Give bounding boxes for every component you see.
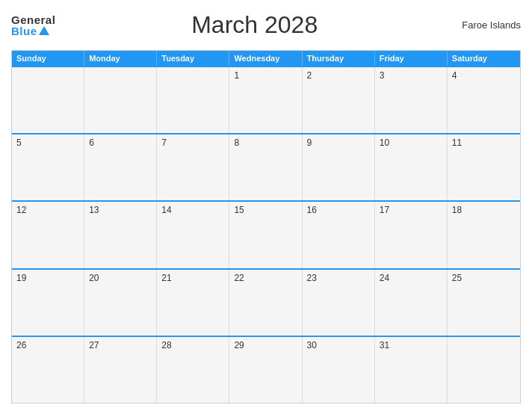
- day-cell: 5: [12, 135, 84, 200]
- day-number: 7: [161, 137, 167, 148]
- day-number: 4: [452, 70, 457, 81]
- day-number: 21: [161, 273, 171, 283]
- day-header-thursday: Thursday: [303, 51, 375, 66]
- day-cell: 1: [229, 67, 302, 133]
- day-header-sunday: Sunday: [12, 51, 84, 66]
- day-cell: 13: [84, 202, 157, 268]
- day-cell: 21: [157, 270, 229, 336]
- day-cell: 4: [448, 67, 520, 133]
- day-cell: 27: [84, 337, 157, 403]
- day-cell: [157, 67, 229, 133]
- logo-blue-row: Blue: [11, 25, 49, 37]
- day-cell: 26: [12, 337, 84, 403]
- week-row-3: 19202122232425: [12, 268, 520, 336]
- day-number: 23: [307, 273, 317, 283]
- day-number: 29: [234, 340, 244, 350]
- day-cell: 18: [448, 202, 520, 268]
- logo: General Blue: [11, 14, 55, 37]
- days-header: SundayMondayTuesdayWednesdayThursdayFrid…: [12, 51, 520, 66]
- day-header-saturday: Saturday: [448, 51, 520, 66]
- day-cell: 17: [375, 202, 448, 268]
- day-cell: 31: [375, 337, 448, 403]
- day-cell: 19: [12, 270, 84, 336]
- day-cell: [448, 337, 520, 403]
- week-row-4: 262728293031: [12, 336, 520, 403]
- day-cell: 9: [303, 135, 375, 200]
- calendar-body: 1234567891011121314151617181920212223242…: [12, 66, 520, 403]
- day-cell: 2: [303, 67, 375, 133]
- day-number: 16: [307, 205, 317, 215]
- day-number: 11: [452, 137, 462, 148]
- week-row-0: 1234: [12, 66, 520, 133]
- day-number: 3: [380, 70, 385, 81]
- day-number: 15: [234, 205, 244, 215]
- day-number: 27: [89, 340, 99, 350]
- day-header-tuesday: Tuesday: [157, 51, 229, 66]
- calendar-title: March 2028: [55, 11, 454, 39]
- day-number: 1: [234, 70, 239, 81]
- day-cell: 25: [448, 270, 520, 336]
- day-number: 14: [161, 205, 171, 215]
- day-cell: 14: [157, 202, 229, 268]
- day-cell: 7: [157, 135, 229, 200]
- day-number: 13: [89, 205, 99, 215]
- day-cell: 16: [303, 202, 375, 268]
- day-cell: 28: [157, 337, 229, 403]
- day-cell: 10: [375, 135, 448, 200]
- day-cell: 12: [12, 202, 84, 268]
- day-number: 9: [307, 137, 312, 148]
- day-cell: 20: [84, 270, 157, 336]
- day-cell: 8: [229, 135, 302, 200]
- day-cell: 29: [229, 337, 302, 403]
- day-header-wednesday: Wednesday: [229, 51, 302, 66]
- day-number: 20: [89, 273, 99, 283]
- day-number: 24: [380, 273, 389, 283]
- day-number: 22: [234, 273, 244, 283]
- day-number: 2: [307, 70, 312, 81]
- day-cell: [12, 67, 84, 133]
- day-cell: [84, 67, 157, 133]
- logo-blue-text: Blue: [11, 25, 37, 37]
- calendar: SundayMondayTuesdayWednesdayThursdayFrid…: [11, 50, 521, 404]
- week-row-1: 567891011: [12, 133, 520, 200]
- day-number: 12: [16, 205, 26, 215]
- day-number: 10: [380, 137, 389, 148]
- day-number: 25: [452, 273, 462, 283]
- day-cell: 22: [229, 270, 302, 336]
- day-cell: 23: [303, 270, 375, 336]
- week-row-2: 12131415161718: [12, 200, 520, 268]
- day-number: 6: [89, 137, 94, 148]
- day-number: 19: [16, 273, 26, 283]
- day-number: 26: [16, 340, 26, 350]
- logo-triangle-icon: [39, 26, 49, 35]
- day-cell: 3: [375, 67, 448, 133]
- day-cell: 24: [375, 270, 448, 336]
- calendar-header: General Blue March 2028 Faroe Islands: [11, 7, 521, 43]
- day-number: 8: [234, 137, 239, 148]
- day-number: 5: [16, 137, 22, 148]
- day-cell: 30: [303, 337, 375, 403]
- day-number: 17: [380, 205, 389, 215]
- day-header-monday: Monday: [84, 51, 157, 66]
- day-number: 18: [452, 205, 462, 215]
- day-cell: 6: [84, 135, 157, 200]
- day-number: 28: [161, 340, 171, 350]
- day-cell: 15: [229, 202, 302, 268]
- logo-general-text: General: [11, 14, 55, 25]
- day-cell: 11: [448, 135, 520, 200]
- day-number: 30: [307, 340, 317, 350]
- day-header-friday: Friday: [375, 51, 448, 66]
- day-number: 31: [380, 340, 389, 350]
- region-label: Faroe Islands: [454, 19, 521, 31]
